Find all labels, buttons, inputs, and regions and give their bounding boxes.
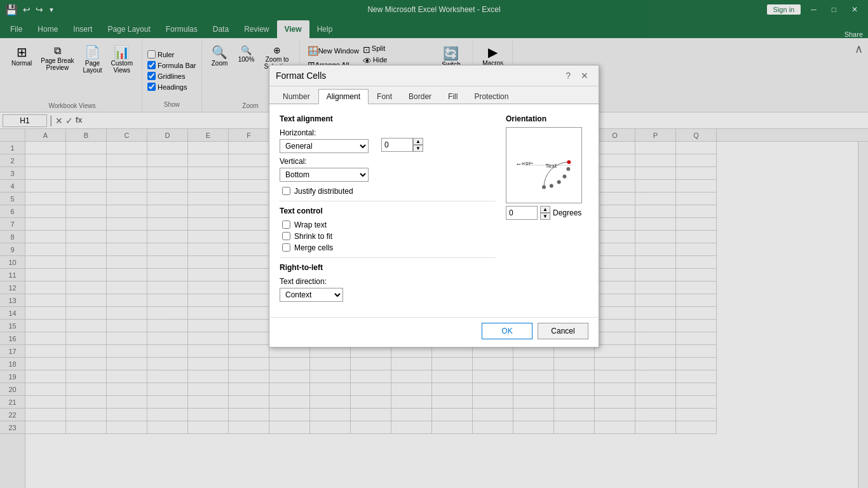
dialog-body: Text alignment Horizontal: General Left … <box>269 104 599 317</box>
dialog-title-buttons: ? ✕ <box>562 69 592 82</box>
dialog-tab-font[interactable]: Font <box>369 89 400 104</box>
horizontal-label: Horizontal: <box>280 128 496 137</box>
vertical-field-row: Vertical: Top Center Bottom Justify Dist… <box>280 157 496 182</box>
indent-spinners: ▲ ▼ <box>413 138 423 152</box>
merge-cells-checkbox[interactable] <box>282 243 290 252</box>
wrap-text-checkbox[interactable] <box>282 220 290 229</box>
dialog-left-panel: Text alignment Horizontal: General Left … <box>280 114 496 307</box>
dialog-overlay: Format Cells ? ✕ Number Alignment Font B… <box>0 0 868 488</box>
justify-distributed-label: Justify distributed <box>294 187 353 196</box>
cancel-button[interactable]: Cancel <box>538 323 588 339</box>
svg-point-9 <box>567 160 571 164</box>
svg-point-5 <box>550 184 553 187</box>
shrink-to-fit-row: Shrink to fit <box>280 232 496 241</box>
svg-point-6 <box>557 180 561 184</box>
text-direction-row: Text direction: Context Left-to-Right Ri… <box>280 277 496 302</box>
text-direction-select[interactable]: Context Left-to-Right Right-to-Left <box>280 288 343 302</box>
indent-input-row: ▲ ▼ <box>381 138 496 152</box>
ok-button[interactable]: OK <box>482 323 532 339</box>
dialog-close-button[interactable]: ✕ <box>577 69 592 82</box>
degrees-spinners: ▲ ▼ <box>540 206 550 220</box>
dialog-tab-border[interactable]: Border <box>400 89 440 104</box>
degrees-up-button[interactable]: ▲ <box>540 206 550 213</box>
dialog-tabs: Number Alignment Font Border Fill Protec… <box>269 86 599 104</box>
indent-input[interactable] <box>381 138 413 152</box>
merge-cells-label: Merge cells <box>294 243 333 252</box>
text-direction-label: Text direction: <box>280 277 496 286</box>
merge-cells-row: Merge cells <box>280 243 496 252</box>
wrap-text-label: Wrap text <box>294 220 327 229</box>
degrees-input[interactable] <box>506 206 538 220</box>
indent-down-button[interactable]: ▼ <box>413 145 423 152</box>
dialog-tab-alignment[interactable]: Alignment <box>318 89 369 104</box>
svg-text:Text: Text <box>545 161 557 168</box>
orientation-diagram: T e x t Text <box>506 127 581 203</box>
svg-point-7 <box>563 174 567 178</box>
orientation-label: Orientation <box>506 114 588 123</box>
degrees-row: ▲ ▼ Degrees <box>506 206 588 220</box>
indent-up-button[interactable]: ▲ <box>413 138 423 145</box>
text-control-title: Text control <box>280 207 496 215</box>
dialog-title-bar: Format Cells ? ✕ <box>269 65 599 86</box>
justify-distributed-checkbox[interactable] <box>282 187 290 195</box>
degrees-label: Degrees <box>553 208 581 217</box>
vertical-select[interactable]: Top Center Bottom Justify Distributed <box>280 168 369 182</box>
dialog-title-text: Format Cells <box>276 71 326 81</box>
shrink-to-fit-label: Shrink to fit <box>294 232 332 241</box>
dialog-tab-number[interactable]: Number <box>275 89 318 104</box>
svg-point-4 <box>542 185 546 189</box>
justify-distributed-row: Justify distributed <box>280 187 496 196</box>
dialog-tab-fill[interactable]: Fill <box>440 89 466 104</box>
format-cells-dialog: Format Cells ? ✕ Number Alignment Font B… <box>269 65 599 348</box>
svg-point-8 <box>566 166 570 170</box>
horizontal-select[interactable]: General Left Center Right <box>280 139 369 153</box>
orientation-box[interactable]: T e x t Text <box>506 127 582 203</box>
divider-1 <box>280 201 496 201</box>
dialog-tab-protection[interactable]: Protection <box>466 89 517 104</box>
degrees-down-button[interactable]: ▼ <box>540 213 550 220</box>
text-alignment-title: Text alignment <box>280 114 496 123</box>
dialog-right-panel: Orientation <box>506 114 588 307</box>
dialog-footer: OK Cancel <box>269 317 599 347</box>
svg-text:t: t <box>515 163 522 165</box>
shrink-to-fit-checkbox[interactable] <box>282 232 290 240</box>
rtl-title: Right-to-left <box>280 263 496 272</box>
wrap-text-row: Wrap text <box>280 220 496 229</box>
divider-2 <box>280 257 496 258</box>
dialog-help-button[interactable]: ? <box>562 69 574 82</box>
vertical-label: Vertical: <box>280 157 496 166</box>
